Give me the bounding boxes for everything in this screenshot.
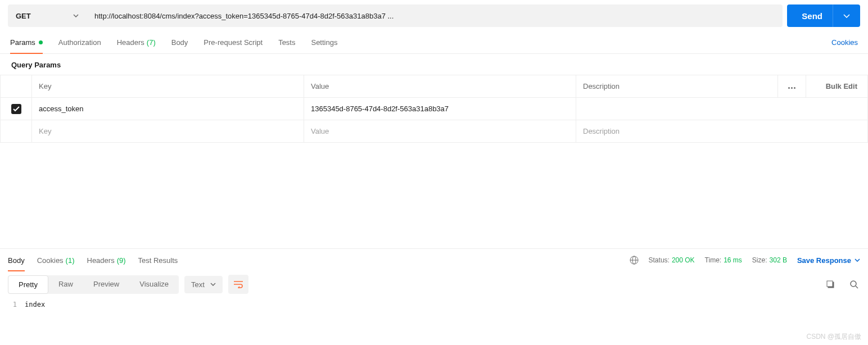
copy-icon xyxy=(826,280,835,289)
copy-button[interactable] xyxy=(824,278,837,290)
chevron-down-icon xyxy=(210,283,216,286)
tab-label: Test Results xyxy=(138,256,178,265)
size-meta: Size: 302 B xyxy=(752,256,787,264)
tab-params[interactable]: Params xyxy=(10,31,43,53)
size-label: Size: xyxy=(752,256,767,264)
watermark: CSDN @孤居自傲 xyxy=(806,332,861,342)
status-value: 200 OK xyxy=(672,256,695,264)
tab-body[interactable]: Body xyxy=(171,31,188,53)
view-preview-button[interactable]: Preview xyxy=(83,275,129,294)
view-visualize-button[interactable]: Visualize xyxy=(129,275,179,294)
time-meta: Time: 16 ms xyxy=(705,256,742,264)
search-button[interactable] xyxy=(848,278,860,290)
chevron-down-icon xyxy=(855,258,860,262)
cookies-link[interactable]: Cookies xyxy=(831,38,858,47)
tab-label: Settings xyxy=(311,38,337,47)
format-label: Text xyxy=(191,280,205,289)
chevron-down-icon xyxy=(843,14,850,18)
modified-dot-icon xyxy=(39,40,43,44)
save-response-button[interactable]: Save Response xyxy=(797,256,860,265)
tab-prerequest[interactable]: Pre-request Script xyxy=(204,31,263,53)
tab-label: Authorization xyxy=(58,38,101,47)
line-number: 1 xyxy=(8,301,25,308)
time-value: 16 ms xyxy=(724,256,742,264)
param-value-cell[interactable]: 1365345d-8765-47d4-8d2f-563a31a8b3a7 xyxy=(304,98,576,120)
wrap-lines-button[interactable] xyxy=(228,275,248,294)
svg-rect-5 xyxy=(827,281,833,287)
tab-count: (9) xyxy=(117,256,126,265)
col-description-header: Description xyxy=(576,75,778,98)
url-input[interactable] xyxy=(87,4,783,27)
tab-settings[interactable]: Settings xyxy=(311,31,337,53)
size-value: 302 B xyxy=(770,256,787,264)
resp-tab-body[interactable]: Body xyxy=(8,249,25,271)
placeholder-value: Value xyxy=(311,127,329,135)
http-method-select[interactable]: GET xyxy=(8,4,87,27)
search-icon xyxy=(849,280,858,289)
svg-point-6 xyxy=(851,281,856,287)
param-key-cell[interactable]: access_token xyxy=(32,98,304,120)
placeholder-key: Key xyxy=(39,127,51,135)
col-more-header[interactable] xyxy=(778,75,806,98)
col-check-header xyxy=(1,75,32,98)
send-button[interactable]: Send xyxy=(787,4,860,27)
svg-line-7 xyxy=(856,286,858,288)
params-table: Key Value Description Bulk Edit access_t… xyxy=(0,75,868,143)
status-meta: Status: 200 OK xyxy=(649,256,695,264)
tab-label: Body xyxy=(8,256,25,265)
response-body: 1 index xyxy=(0,297,868,312)
resp-tab-cookies[interactable]: Cookies (1) xyxy=(37,249,75,271)
tab-label: Cookies xyxy=(37,256,64,265)
table-row[interactable]: access_token 1365345d-8765-47d4-8d2f-563… xyxy=(1,98,868,120)
status-label: Status: xyxy=(649,256,670,264)
bulk-edit-button[interactable]: Bulk Edit xyxy=(806,75,868,98)
globe-icon[interactable] xyxy=(630,256,639,265)
save-response-label: Save Response xyxy=(797,256,851,265)
resp-tab-testresults[interactable]: Test Results xyxy=(138,249,178,271)
view-mode-segment: Pretty Raw Preview Visualize xyxy=(8,275,179,294)
view-raw-button[interactable]: Raw xyxy=(48,275,83,294)
tab-label: Tests xyxy=(278,38,295,47)
cookies-label: Cookies xyxy=(831,38,858,47)
col-value-header: Value xyxy=(304,75,576,98)
tab-label: Pre-request Script xyxy=(204,38,263,47)
placeholder-description: Description xyxy=(583,127,620,135)
query-params-title: Query Params xyxy=(0,54,868,75)
http-method-label: GET xyxy=(16,12,31,20)
time-label: Time: xyxy=(705,256,722,264)
tab-count: (1) xyxy=(66,256,75,265)
table-row-empty[interactable]: Key Value Description xyxy=(1,120,868,143)
more-columns-icon xyxy=(788,87,795,89)
wrap-icon xyxy=(233,280,243,288)
tab-label: Headers xyxy=(117,38,144,47)
tab-label: Headers xyxy=(87,256,115,265)
chevron-down-icon xyxy=(73,14,79,17)
tab-tests[interactable]: Tests xyxy=(278,31,295,53)
tab-count: (7) xyxy=(147,38,156,47)
tab-headers[interactable]: Headers (7) xyxy=(117,31,156,53)
code-line: index xyxy=(25,301,45,308)
tab-label: Params xyxy=(10,38,35,47)
checkbox-checked-icon[interactable] xyxy=(11,104,21,114)
format-select[interactable]: Text xyxy=(184,276,223,293)
send-label: Send xyxy=(802,11,822,21)
param-description-cell[interactable] xyxy=(576,98,868,120)
col-key-header: Key xyxy=(32,75,304,98)
tab-label: Body xyxy=(171,38,188,47)
send-dropdown[interactable] xyxy=(833,4,860,27)
view-pretty-button[interactable]: Pretty xyxy=(8,275,48,294)
tab-authorization[interactable]: Authorization xyxy=(58,31,101,53)
resp-tab-headers[interactable]: Headers (9) xyxy=(87,249,126,271)
